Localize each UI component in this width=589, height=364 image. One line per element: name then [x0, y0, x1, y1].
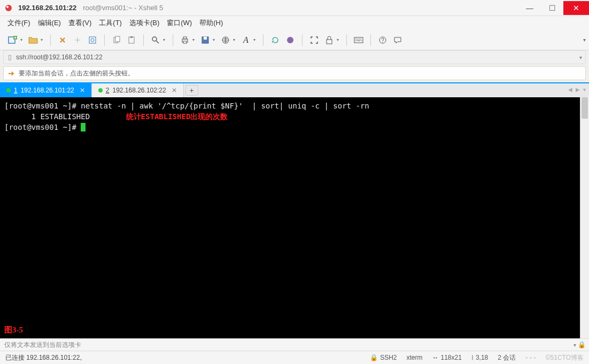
prompt: [root@vms001 ~]# — [4, 123, 81, 131]
window-controls: — ☐ ✕ — [518, 1, 589, 15]
dropdown-icon[interactable]: ▾ — [579, 55, 582, 60]
toolbar-overflow-icon[interactable]: ▾ — [583, 37, 586, 43]
globe-icon[interactable] — [219, 34, 232, 47]
paste-icon[interactable] — [125, 34, 138, 47]
svg-rect-7 — [115, 36, 120, 42]
svg-point-0 — [5, 5, 12, 11]
info-bar: ➔ 要添加当前会话，点击左侧的箭头按钮。 — [3, 66, 586, 80]
tab-number: 2 — [106, 87, 110, 94]
address-bar[interactable]: ▯ ssh://root@192.168.26.101:22 ▾ — [3, 50, 586, 64]
svg-point-5 — [91, 38, 94, 42]
fullscreen-icon[interactable] — [308, 34, 321, 47]
minimize-button[interactable]: — — [518, 1, 541, 15]
separator — [263, 34, 264, 46]
menubar: 文件(F) 编辑(E) 查看(V) 工具(T) 选项卡(B) 窗口(W) 帮助(… — [0, 16, 589, 30]
scroll-thumb[interactable] — [582, 97, 588, 119]
svg-rect-15 — [204, 37, 207, 40]
status-size: ↔ 118x21 — [432, 354, 462, 361]
menu-help[interactable]: 帮助(H) — [199, 18, 223, 28]
session-tab-1[interactable]: 1 192.168.26.101:22 ✕ — [0, 83, 92, 97]
save-icon[interactable] — [199, 34, 212, 47]
svg-point-1 — [6, 6, 9, 8]
dropdown-icon[interactable]: ▾ — [574, 342, 576, 348]
close-button[interactable]: ✕ — [563, 1, 589, 15]
menu-view[interactable]: 查看(V) — [68, 18, 91, 28]
svg-text:?: ? — [381, 37, 384, 43]
tab-close-icon[interactable]: ✕ — [80, 87, 85, 94]
menu-file[interactable]: 文件(F) — [7, 18, 30, 28]
help-icon[interactable]: ? — [376, 34, 389, 47]
new-session-icon[interactable] — [6, 34, 19, 47]
arrow-add-icon[interactable]: ➔ — [8, 69, 14, 78]
menu-window[interactable]: 窗口(W) — [167, 18, 192, 28]
tab-strip: 1 192.168.26.101:22 ✕ 2 192.168.26.102:2… — [0, 82, 589, 97]
watermark: ©51CTO博客 — [546, 353, 584, 362]
print-icon[interactable] — [179, 34, 191, 47]
dropdown-icon[interactable]: ▾ — [41, 37, 45, 42]
tab-next-icon[interactable]: ▶ — [576, 87, 580, 92]
separator — [143, 34, 144, 46]
dropdown-icon[interactable]: ▾ — [337, 37, 341, 42]
status-termtype: xterm — [407, 354, 423, 361]
titlebar: 192.168.26.101:22 root@vms001:~ - Xshell… — [0, 0, 589, 16]
figure-label: 图3-5 — [4, 324, 23, 335]
toolbar: ▾ ▾ ▾ ▾ ▾ ▾ A ▾ ▾ ? ▾ — [0, 30, 589, 50]
add-tab-button[interactable]: + — [185, 85, 198, 96]
connection-status: 已连接 192.168.26.101:22。 — [5, 353, 86, 362]
lock-icon[interactable] — [323, 34, 336, 47]
svg-rect-13 — [183, 41, 187, 43]
lock-icon[interactable]: 🔒 — [578, 341, 586, 348]
tab-menu-icon[interactable]: ▾ — [583, 87, 586, 92]
refresh-icon[interactable] — [269, 34, 282, 47]
annotation-text: 统计ESTABLISHED出现的次数 — [126, 112, 228, 121]
terminal[interactable]: [root@vms001 ~]# netstat -n | awk '/^tcp… — [0, 97, 580, 338]
compose-bar[interactable]: 仅将文本发送到当前选项卡 ▾ 🔒 — [0, 338, 589, 351]
dropdown-icon[interactable]: ▾ — [163, 37, 167, 42]
dropdown-icon[interactable]: ▾ — [233, 37, 237, 42]
font-icon[interactable]: A — [239, 34, 252, 47]
dropdown-icon[interactable]: ▾ — [192, 37, 197, 42]
menu-tab[interactable]: 选项卡(B) — [129, 18, 159, 28]
separator — [50, 34, 51, 46]
bookmark-icon[interactable]: ▯ — [8, 53, 12, 61]
cursor — [81, 123, 86, 131]
tab-nav-arrows: ◀ ▶ ▾ — [568, 87, 586, 92]
disconnect-icon[interactable] — [71, 34, 84, 47]
command-text: netstat -n | awk '/^tcp/{print $NF}' | s… — [81, 102, 369, 110]
maximize-button[interactable]: ☐ — [541, 1, 563, 15]
session-tab-2[interactable]: 2 192.168.26.102:22 ✕ — [92, 83, 184, 97]
menu-tools[interactable]: 工具(T) — [99, 18, 122, 28]
cap-indicator: ▫ ▫ ▫ — [525, 354, 536, 361]
dropdown-icon[interactable]: ▾ — [213, 37, 217, 42]
copy-icon[interactable] — [110, 34, 123, 47]
tab-close-icon[interactable]: ✕ — [172, 87, 177, 94]
separator — [302, 34, 303, 46]
search-icon[interactable] — [149, 34, 162, 47]
color-icon[interactable] — [284, 34, 297, 47]
dropdown-icon[interactable]: ▾ — [20, 37, 25, 42]
tab-label: 192.168.26.102:22 — [112, 87, 166, 94]
open-folder-icon[interactable] — [27, 34, 40, 47]
reconnect-icon[interactable] — [56, 34, 69, 47]
status-protocol: 🔒 SSH2 — [370, 354, 397, 361]
svg-rect-4 — [89, 37, 96, 43]
address-text: ssh://root@192.168.26.101:22 — [16, 53, 103, 61]
app-icon — [4, 4, 13, 12]
menu-edit[interactable]: 编辑(E) — [38, 18, 61, 28]
svg-rect-9 — [130, 36, 133, 38]
svg-point-17 — [287, 37, 293, 43]
status-cursor-pos: ⁞ 3,18 — [471, 354, 488, 361]
dropdown-icon[interactable]: ▾ — [253, 37, 258, 42]
svg-rect-19 — [354, 37, 363, 43]
output-line: 1 ESTABLISHED — [4, 112, 90, 121]
separator — [104, 34, 105, 46]
info-text: 要添加当前会话，点击左侧的箭头按钮。 — [19, 69, 134, 78]
terminal-area: [root@vms001 ~]# netstat -n | awk '/^tcp… — [0, 97, 589, 338]
tab-prev-icon[interactable]: ◀ — [568, 87, 572, 92]
chat-icon[interactable] — [391, 34, 404, 47]
prompt: [root@vms001 ~]# — [4, 102, 81, 110]
svg-rect-12 — [183, 37, 187, 39]
properties-icon[interactable] — [86, 34, 99, 47]
keyboard-icon[interactable] — [352, 34, 365, 47]
scrollbar[interactable] — [580, 97, 589, 338]
